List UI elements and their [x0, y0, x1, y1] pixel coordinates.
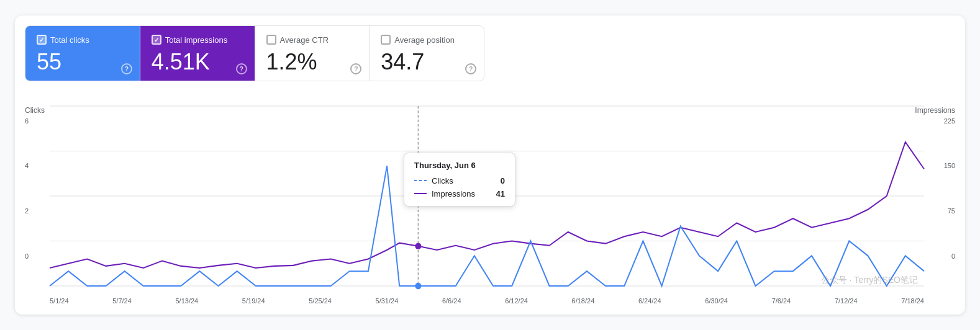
average-position-help-icon[interactable]: ? — [465, 63, 476, 74]
total-impressions-card[interactable]: Total impressions 4.51K ? — [140, 26, 255, 81]
total-clicks-card[interactable]: Total clicks 55 ? — [25, 26, 140, 81]
x-label-1: 5/7/24 — [112, 297, 132, 305]
left-y-max: 6 — [25, 117, 29, 125]
average-position-checkbox[interactable] — [381, 35, 391, 45]
x-label-9: 6/24/24 — [638, 297, 661, 305]
right-y-mid: 150 — [944, 162, 955, 169]
average-position-value: 34.7 — [381, 50, 473, 74]
clicks-line — [50, 166, 924, 286]
x-label-11: 7/6/24 — [772, 297, 791, 305]
x-label-4: 5/25/24 — [309, 297, 332, 305]
x-axis-labels: 5/1/24 5/7/24 5/13/24 5/19/24 5/25/24 5/… — [50, 297, 924, 305]
metrics-row: Total clicks 55 ? Total impressions 4.51… — [25, 25, 484, 81]
total-clicks-value: 55 — [37, 50, 129, 74]
left-y-low: 2 — [25, 207, 29, 215]
total-impressions-value: 4.51K — [152, 50, 243, 74]
x-label-8: 6/18/24 — [572, 297, 595, 305]
total-clicks-checkbox[interactable] — [37, 35, 47, 45]
average-position-label: Average position — [381, 35, 473, 45]
tooltip-dot-impressions — [415, 243, 421, 249]
chart-area: Clicks 6 4 2 0 Impressions 225 150 75 0 — [25, 94, 955, 305]
average-ctr-help-icon[interactable]: ? — [350, 63, 361, 74]
left-axis-label: Clicks — [25, 106, 45, 115]
x-label-7: 6/12/24 — [505, 297, 528, 305]
main-container: Total clicks 55 ? Total impressions 4.51… — [15, 16, 965, 314]
x-label-0: 5/1/24 — [50, 297, 69, 305]
right-y-low: 75 — [948, 207, 955, 215]
left-y-zero: 0 — [25, 252, 29, 260]
x-label-6: 6/6/24 — [442, 297, 461, 305]
x-label-3: 5/19/24 — [242, 297, 265, 305]
total-impressions-help-icon[interactable]: ? — [236, 63, 247, 74]
total-impressions-label: Total impressions — [152, 35, 243, 45]
right-y-max: 225 — [944, 117, 955, 125]
x-label-12: 7/12/24 — [835, 297, 858, 305]
average-position-card[interactable]: Average position 34.7 ? — [370, 26, 484, 81]
x-label-5: 5/31/24 — [376, 297, 399, 305]
watermark: 公众号 · Terry的SEO笔记 — [821, 275, 918, 286]
chart-svg — [50, 106, 924, 286]
average-ctr-card[interactable]: Average CTR 1.2% ? — [255, 26, 370, 81]
total-clicks-help-icon[interactable]: ? — [121, 63, 132, 74]
x-label-2: 5/13/24 — [176, 297, 199, 305]
average-ctr-value: 1.2% — [266, 50, 358, 74]
x-label-13: 7/18/24 — [901, 297, 924, 305]
total-clicks-label: Total clicks — [37, 35, 129, 45]
average-ctr-label: Average CTR — [266, 35, 358, 45]
tooltip-dot-clicks — [415, 283, 421, 289]
right-y-zero: 0 — [951, 252, 955, 260]
chart-svg-container — [50, 106, 924, 286]
x-label-10: 6/30/24 — [705, 297, 728, 305]
average-ctr-checkbox[interactable] — [266, 35, 276, 45]
impressions-line — [50, 142, 924, 268]
total-impressions-checkbox[interactable] — [152, 35, 161, 45]
left-y-mid: 4 — [25, 162, 29, 169]
